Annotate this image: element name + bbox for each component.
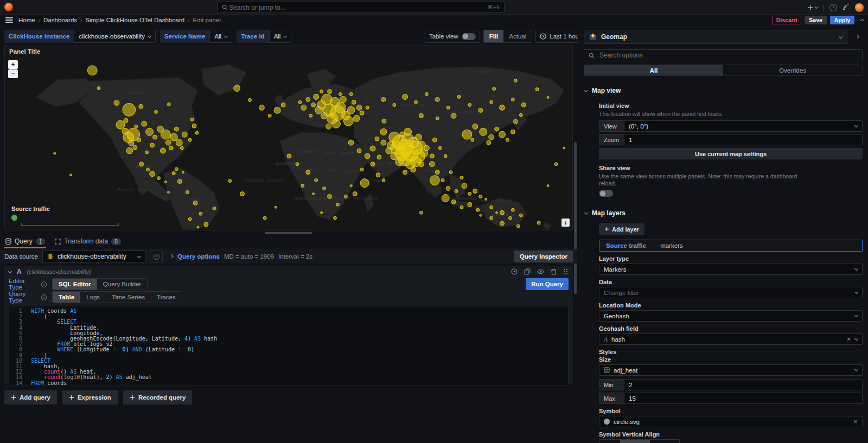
- map-zoom-out-button[interactable]: −: [8, 69, 18, 78]
- query-options-expander[interactable]: Query options MD = auto = 1909 Interval …: [170, 253, 312, 260]
- recorded-query-button[interactable]: Recorded query: [123, 390, 193, 405]
- collapse-pane-button[interactable]: [851, 30, 864, 44]
- table-view-toggle[interactable]: Table view: [425, 30, 480, 43]
- help-circle-icon[interactable]: [511, 268, 518, 275]
- size-field-select[interactable]: adj_heat: [599, 364, 863, 376]
- run-query-button[interactable]: Run Query: [526, 278, 569, 290]
- query-inspector-button[interactable]: Query Inspector: [514, 251, 573, 262]
- share-view-toggle[interactable]: [599, 190, 613, 197]
- data-filter-select[interactable]: Change filter: [599, 287, 863, 298]
- chevron-down-icon: [854, 267, 858, 271]
- save-button[interactable]: Save: [805, 16, 827, 24]
- grafana-logo-icon[interactable]: [4, 3, 13, 11]
- chevron-down-icon[interactable]: [8, 269, 12, 273]
- symbol-select[interactable]: circle.svg✕: [599, 416, 863, 427]
- section-map-view[interactable]: Map view: [578, 84, 868, 98]
- breadcrumb-home[interactable]: Home: [18, 17, 35, 23]
- query-type-traces[interactable]: Traces: [151, 292, 182, 303]
- location-mode-select[interactable]: Geohash: [599, 310, 863, 322]
- news-button[interactable]: [843, 4, 850, 11]
- sql-editor-option[interactable]: SQL Editor: [53, 279, 97, 290]
- tab-overrides[interactable]: Overrides: [723, 65, 862, 75]
- avatar[interactable]: [855, 3, 864, 12]
- expression-button[interactable]: Expression: [62, 390, 118, 405]
- sql-code[interactable]: WITH coords AS ( SELECT Latitude, Longit…: [25, 306, 217, 386]
- actual-option[interactable]: Actual: [503, 30, 532, 42]
- map-zoom-controls: + −: [8, 60, 18, 78]
- datasource-picker[interactable]: clickhouse-observability: [42, 251, 145, 262]
- tab-all[interactable]: All: [584, 65, 723, 75]
- add-layer-button[interactable]: Add layer: [599, 223, 644, 235]
- breadcrumb-dashboard-name[interactable]: Simple ClickHouse OTel Dashboard: [85, 17, 184, 23]
- menu-icon[interactable]: [5, 17, 13, 23]
- view-field: View (0°, 0°): [599, 120, 863, 132]
- circle-symbol-icon: [604, 419, 610, 425]
- zoom-input[interactable]: 1: [624, 134, 863, 145]
- global-search[interactable]: ⌘+k: [217, 2, 505, 13]
- apply-button[interactable]: Apply: [830, 16, 854, 24]
- collapse-options-icon[interactable]: [860, 18, 864, 22]
- help-icon: ?: [829, 4, 837, 11]
- clear-icon[interactable]: ✕: [847, 336, 851, 342]
- scrollbar[interactable]: [574, 142, 577, 294]
- plus-icon: [11, 395, 16, 400]
- variable-value-dropdown[interactable]: All: [209, 30, 232, 43]
- breadcrumb-dashboards[interactable]: Dashboards: [43, 17, 77, 23]
- query-builder-option[interactable]: Query Builder: [97, 279, 147, 290]
- variable-value-dropdown[interactable]: All: [269, 30, 292, 43]
- view-select[interactable]: (0°, 0°): [624, 120, 863, 132]
- panel-title[interactable]: Panel Title: [5, 46, 572, 57]
- discard-button[interactable]: Discard: [772, 16, 802, 24]
- transform-count-badge: 0: [111, 238, 121, 245]
- add-query-button[interactable]: Add query: [4, 390, 57, 405]
- options-search-input[interactable]: [598, 51, 858, 60]
- valign-top[interactable]: Top: [599, 440, 620, 443]
- geohash-field-select[interactable]: Ahash✕: [599, 333, 863, 345]
- layer-item-source-traffic[interactable]: Source traffic markers: [599, 240, 863, 252]
- help-button[interactable]: ?: [829, 4, 837, 11]
- datasource-help-button[interactable]: ?: [150, 251, 163, 262]
- geomap-panel: Panel Title + −: [4, 46, 573, 230]
- duplicate-icon[interactable]: [524, 268, 531, 275]
- options-search[interactable]: [584, 49, 863, 61]
- clear-icon[interactable]: ✕: [853, 419, 858, 425]
- map-legend: Source traffic: [7, 203, 55, 223]
- use-current-map-settings-button[interactable]: Use current map settings: [599, 148, 863, 159]
- valign-center[interactable]: Center: [620, 440, 650, 443]
- hide-query-eye-icon[interactable]: [537, 268, 544, 275]
- sql-editor[interactable]: 123456789101112131415 WITH coords AS ( S…: [9, 306, 569, 386]
- query-type-time-series[interactable]: Time Series: [106, 292, 151, 303]
- query-header[interactable]: A (clickhouse-observability): [4, 266, 573, 278]
- tab-query[interactable]: Query 1: [5, 235, 45, 248]
- editor-type-group: SQL Editor Query Builder: [52, 278, 148, 290]
- search-input[interactable]: [228, 3, 487, 12]
- attribution-info-icon[interactable]: i: [561, 219, 570, 227]
- drag-handle-icon[interactable]: [563, 268, 569, 275]
- add-menu-button[interactable]: [807, 4, 818, 11]
- line-numbers: 123456789101112131415: [9, 306, 25, 386]
- svg-text:NIGER: NIGER: [308, 167, 321, 171]
- panel-resize-handle[interactable]: [265, 232, 312, 234]
- plus-icon: [69, 395, 74, 400]
- query-type-table[interactable]: Table: [53, 292, 80, 303]
- legend-title: Source traffic: [11, 206, 50, 212]
- query-type-logs[interactable]: Logs: [80, 292, 106, 303]
- initial-view-description: This location will show when the panel f…: [599, 111, 863, 118]
- chevron-down-icon: [584, 88, 588, 92]
- section-map-layers[interactable]: Map layers: [578, 206, 868, 220]
- valign-bottom[interactable]: Bottom: [650, 440, 680, 443]
- fill-option[interactable]: Fill: [484, 30, 504, 42]
- geohash-field-label: Geohash field: [599, 325, 863, 332]
- toggle-knob[interactable]: [462, 33, 476, 40]
- tab-transform-data[interactable]: Transform data 0: [55, 235, 120, 248]
- map-zoom-in-button[interactable]: +: [8, 60, 18, 69]
- min-input[interactable]: 2: [624, 379, 863, 390]
- map-canvas[interactable]: + −: [5, 57, 572, 230]
- delete-icon[interactable]: [551, 268, 557, 275]
- visualization-picker[interactable]: Geomap: [584, 30, 847, 44]
- chevron-down-icon: [224, 34, 228, 37]
- variable-value-dropdown[interactable]: clickhouse-observability: [74, 30, 155, 43]
- max-input[interactable]: 15: [624, 393, 863, 404]
- layer-type-select[interactable]: Markers: [599, 264, 863, 275]
- query-type-label: Query Typei: [9, 291, 47, 304]
